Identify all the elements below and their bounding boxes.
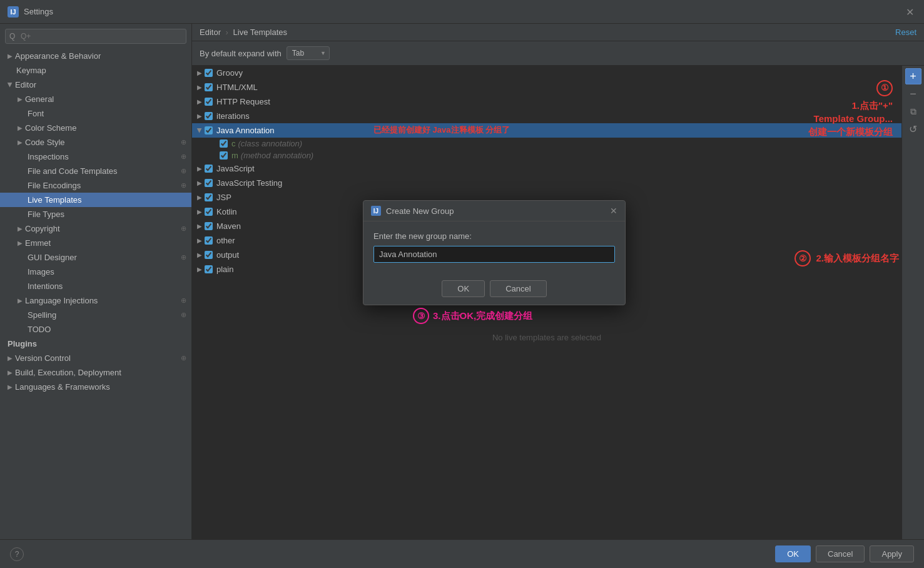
sidebar-item-live-templates[interactable]: Live Templates xyxy=(0,193,191,207)
group-name-http: HTTP Request xyxy=(216,97,270,106)
group-checkbox-iterations[interactable] xyxy=(205,112,213,120)
sidebar-item-gui-designer[interactable]: GUI Designer ⊕ xyxy=(0,250,191,265)
reset-button[interactable]: ↺ xyxy=(905,121,921,137)
sidebar-item-plugins[interactable]: Plugins xyxy=(0,337,191,351)
item-checkbox-c[interactable] xyxy=(220,139,228,148)
sidebar-item-editor[interactable]: ▶ Editor xyxy=(0,78,191,92)
sidebar-item-label: TODO xyxy=(28,325,51,334)
sidebar-item-appearance[interactable]: ▶ Appearance & Behavior xyxy=(0,49,191,63)
group-checkbox-jstesting[interactable] xyxy=(205,179,213,187)
sidebar-item-copyright[interactable]: ▶ Copyright ⊕ xyxy=(0,221,191,236)
sidebar-item-label: GUI Designer xyxy=(28,253,77,262)
template-group-iterations: ▶ iterations xyxy=(192,109,901,123)
sidebar-item-languages-frameworks[interactable]: ▶ Languages & Frameworks xyxy=(0,380,191,394)
group-checkbox-output[interactable] xyxy=(205,251,213,259)
template-item-c[interactable]: c (class annotation) xyxy=(192,138,901,150)
sidebar-item-label: Language Injections xyxy=(25,296,98,305)
template-group-header-http[interactable]: ▶ HTTP Request xyxy=(192,94,901,109)
copy-icon: ⊕ xyxy=(181,311,186,319)
sidebar-item-label: Plugins xyxy=(8,339,37,348)
sidebar-item-inspections[interactable]: Inspections ⊕ xyxy=(0,150,191,164)
sidebar-item-label: Color Scheme xyxy=(25,123,76,133)
arrow-icon: ▶ xyxy=(18,225,23,232)
template-group-header-iterations[interactable]: ▶ iterations xyxy=(192,109,901,123)
template-group-http: ▶ HTTP Request xyxy=(192,94,901,109)
sidebar-item-label: Spelling xyxy=(28,310,56,320)
app-icon: IJ xyxy=(8,6,19,18)
search-input[interactable] xyxy=(5,29,186,44)
group-arrow-icon: ▶ xyxy=(197,208,202,215)
modal-body: Enter the new group name: xyxy=(363,221,625,273)
sidebar-item-images[interactable]: Images xyxy=(0,265,191,279)
sidebar-item-spelling[interactable]: Spelling ⊕ xyxy=(0,308,191,322)
sidebar-item-label: Build, Execution, Deployment xyxy=(15,368,121,377)
group-checkbox-maven[interactable] xyxy=(205,222,213,230)
sidebar-item-version-control[interactable]: ▶ Version Control ⊕ xyxy=(0,351,191,365)
cancel-button[interactable]: Cancel xyxy=(816,545,865,562)
sidebar-item-color-scheme[interactable]: ▶ Color Scheme xyxy=(0,121,191,135)
item-desc-c: (class annotation) xyxy=(238,139,303,148)
group-name-kotlin: Kotlin xyxy=(216,207,237,216)
expand-select[interactable]: Tab Enter Space xyxy=(287,46,330,60)
sidebar-item-file-types[interactable]: File Types xyxy=(0,207,191,221)
sidebar-item-language-injections[interactable]: ▶ Language Injections ⊕ xyxy=(0,293,191,308)
sidebar-item-general[interactable]: ▶ General xyxy=(0,92,191,106)
sidebar-item-intentions[interactable]: Intentions xyxy=(0,279,191,293)
group-name-htmlxml: HTML/XML xyxy=(216,83,258,92)
sidebar-item-keymap[interactable]: Keymap xyxy=(0,63,191,78)
modal-close-button[interactable]: ✕ xyxy=(610,206,617,216)
sidebar-item-label: Images xyxy=(28,267,54,276)
search-box[interactable]: Q xyxy=(5,29,186,44)
apply-button[interactable]: Apply xyxy=(870,545,914,562)
template-group-header-java-annotation[interactable]: ▶ Java Annotation xyxy=(192,123,901,138)
modal-input[interactable] xyxy=(373,246,615,263)
group-checkbox-groovy[interactable] xyxy=(205,69,213,77)
sidebar-item-build-execution[interactable]: ▶ Build, Execution, Deployment xyxy=(0,365,191,380)
expand-select-wrapper[interactable]: Tab Enter Space xyxy=(287,46,330,60)
template-group-header-groovy[interactable]: ▶ Groovy xyxy=(192,66,901,80)
modal-cancel-button[interactable]: Cancel xyxy=(490,280,546,297)
group-checkbox-jsp[interactable] xyxy=(205,193,213,201)
group-checkbox-plain[interactable] xyxy=(205,265,213,273)
template-group-header-htmlxml[interactable]: ▶ HTML/XML xyxy=(192,80,901,94)
copy-button[interactable]: ⧉ xyxy=(905,103,921,119)
group-checkbox-other[interactable] xyxy=(205,236,213,245)
create-group-modal[interactable]: IJ Create New Group ✕ Enter the new grou… xyxy=(363,200,626,305)
remove-button[interactable]: − xyxy=(905,86,921,102)
help-button[interactable]: ? xyxy=(10,547,24,561)
group-arrow-icon: ▶ xyxy=(197,69,202,76)
sidebar-item-label: Code Style xyxy=(25,138,65,147)
arrow-icon: ▶ xyxy=(7,83,14,88)
window-close-button[interactable]: ✕ xyxy=(906,6,914,18)
sidebar-item-label: Live Templates xyxy=(28,195,81,205)
reset-button[interactable]: Reset xyxy=(895,28,916,37)
sidebar-item-code-style[interactable]: ▶ Code Style ⊕ xyxy=(0,135,191,150)
sidebar-item-file-code-templates[interactable]: File and Code Templates ⊕ xyxy=(0,164,191,178)
template-group-javascript-testing: ▶ JavaScript Testing xyxy=(192,176,901,190)
ok-button[interactable]: OK xyxy=(775,545,811,562)
group-checkbox-java-annotation[interactable] xyxy=(205,126,213,134)
group-arrow-icon: ▶ xyxy=(197,266,202,273)
group-checkbox-htmlxml[interactable] xyxy=(205,83,213,91)
arrow-icon: ▶ xyxy=(18,96,23,103)
arrow-icon: ▶ xyxy=(8,53,13,59)
breadcrumb-path: Editor › Live Templates xyxy=(200,28,287,37)
group-arrow-icon: ▶ xyxy=(197,165,202,172)
template-group-header-jstesting[interactable]: ▶ JavaScript Testing xyxy=(192,176,901,190)
sidebar-item-file-encodings[interactable]: File Encodings ⊕ xyxy=(0,178,191,193)
group-checkbox-kotlin[interactable] xyxy=(205,208,213,216)
template-group-header-javascript[interactable]: ▶ JavaScript xyxy=(192,161,901,176)
sidebar-item-emmet[interactable]: ▶ Emmet xyxy=(0,236,191,250)
group-checkbox-javascript[interactable] xyxy=(205,165,213,173)
sidebar-item-todo[interactable]: TODO xyxy=(0,322,191,337)
search-icon: Q xyxy=(9,32,15,41)
add-button[interactable]: + xyxy=(905,68,921,84)
modal-ok-button[interactable]: OK xyxy=(442,280,485,297)
sidebar-item-label: Inspections xyxy=(28,152,69,161)
arrow-icon: ▶ xyxy=(18,139,23,146)
sidebar-item-font[interactable]: Font xyxy=(0,106,191,121)
group-arrow-icon: ▶ xyxy=(197,180,202,186)
template-item-m[interactable]: m (method annotation) xyxy=(192,150,901,161)
item-checkbox-m[interactable] xyxy=(220,151,228,160)
group-checkbox-http[interactable] xyxy=(205,98,213,106)
